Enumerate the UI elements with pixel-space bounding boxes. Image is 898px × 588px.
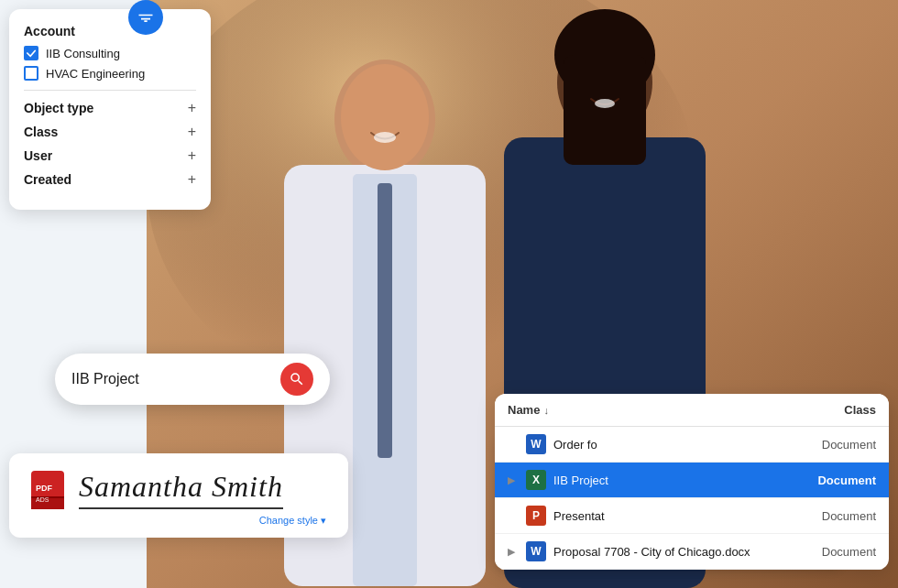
class-label: Class — [24, 125, 58, 139]
row-class-1: Document — [794, 438, 876, 452]
table-row[interactable]: ▶ X IIB Project Document — [495, 463, 889, 498]
change-style-button[interactable]: Change style ▾ — [31, 515, 326, 527]
row-expand-4[interactable]: ▶ — [508, 546, 522, 558]
user-expand-icon[interactable]: + — [188, 147, 196, 164]
class-column-header: Class — [794, 403, 876, 417]
funnel-icon — [137, 8, 155, 27]
svg-point-13 — [374, 132, 396, 143]
user-label: User — [24, 148, 52, 163]
row-expand-2[interactable]: ▶ — [508, 474, 522, 486]
class-filter[interactable]: Class + — [24, 124, 196, 140]
row-name-2: IIB Project — [553, 474, 794, 487]
row-class-2: Document — [794, 474, 876, 487]
svg-text:PDF: PDF — [36, 484, 53, 493]
search-bar — [55, 354, 330, 405]
account-section-title: Account — [24, 24, 196, 38]
signature-content: PDF ADS Samantha Smith — [31, 470, 326, 509]
iib-consulting-checkbox[interactable] — [24, 46, 38, 60]
row-class-4: Document — [794, 545, 876, 559]
svg-text:ADS: ADS — [36, 496, 49, 503]
search-button[interactable] — [280, 363, 313, 396]
table-header: Name ↓ Class — [495, 394, 889, 427]
search-input[interactable] — [71, 371, 280, 387]
row-class-3: Document — [794, 509, 876, 523]
filter-panel: Account IIB Consulting HVAC Engineering … — [9, 9, 211, 210]
svg-point-7 — [341, 64, 429, 170]
row-name-1: Order fo — [553, 438, 794, 452]
file-table: Name ↓ Class W Order fo Document ▶ X IIB… — [495, 394, 889, 570]
hvac-checkbox[interactable] — [24, 66, 38, 81]
iib-consulting-label: IIB Consulting — [46, 47, 120, 60]
object-type-filter[interactable]: Object type + — [24, 100, 196, 116]
hvac-engineering-filter[interactable]: HVAC Engineering — [24, 66, 196, 81]
row-name-4: Proposal 7708 - City of Chicago.docx — [553, 545, 794, 559]
svg-rect-12 — [564, 55, 646, 165]
row-name-3: Presentat — [553, 509, 794, 523]
pdf-icon: PDF ADS — [31, 471, 64, 509]
ppt-icon-1: P — [526, 506, 546, 526]
hvac-label: HVAC Engineering — [46, 67, 145, 81]
filter-icon[interactable] — [128, 0, 163, 35]
created-label: Created — [24, 172, 71, 187]
name-column-header: Name ↓ — [508, 403, 794, 417]
word-icon-1: W — [526, 434, 546, 454]
signature-name: Samantha Smith — [79, 470, 283, 504]
table-row[interactable]: P Presentat Document — [495, 498, 889, 534]
table-row[interactable]: W Order fo Document — [495, 427, 889, 463]
object-type-expand-icon[interactable]: + — [188, 100, 196, 116]
user-filter[interactable]: User + — [24, 147, 196, 164]
iib-consulting-filter[interactable]: IIB Consulting — [24, 46, 196, 60]
sort-icon[interactable]: ↓ — [543, 405, 549, 416]
filter-divider-1 — [24, 90, 196, 91]
excel-icon-1: X — [526, 470, 546, 490]
svg-point-14 — [595, 99, 615, 108]
search-icon — [289, 371, 305, 387]
table-row[interactable]: ▶ W Proposal 7708 - City of Chicago.docx… — [495, 534, 889, 570]
object-type-label: Object type — [24, 101, 93, 115]
signature-underline — [79, 507, 283, 509]
svg-rect-6 — [378, 183, 392, 458]
word-icon-2: W — [526, 541, 546, 561]
signature-panel: PDF ADS Samantha Smith Change style ▾ — [9, 453, 348, 538]
class-expand-icon[interactable]: + — [188, 124, 196, 140]
created-filter[interactable]: Created + — [24, 171, 196, 188]
created-expand-icon[interactable]: + — [188, 171, 196, 188]
